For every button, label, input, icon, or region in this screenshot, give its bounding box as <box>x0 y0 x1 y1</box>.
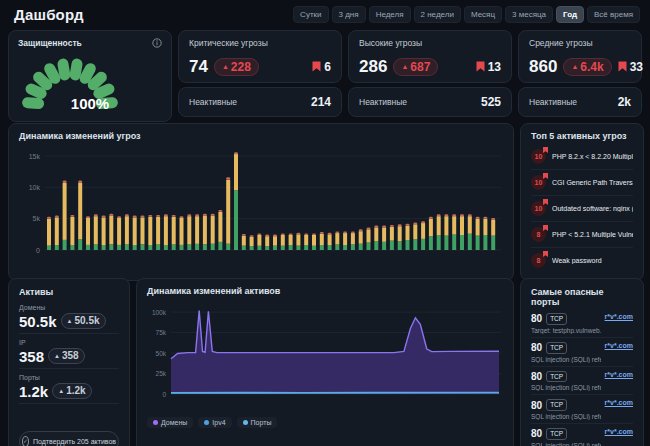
flagged-counter: 13 <box>476 60 501 74</box>
port-row: 80TCPSQL injection (SQLi) refers...r*v*.… <box>531 366 633 395</box>
top-threats-list: 10PHP 8.2.x < 8.2.20 Multiple Vul...10CG… <box>531 144 633 273</box>
delta-badge: ▲687 <box>393 58 438 76</box>
chart-legend: ДоменыIpv4Порты <box>147 417 503 428</box>
card-title: Средние угрозы <box>529 38 631 48</box>
check-circle-icon: ✓ <box>22 436 29 446</box>
protocol-chip: TCP <box>546 399 567 411</box>
top-threat-item[interactable]: 10CGI Generic Path Traversal <box>531 169 633 195</box>
page-title: Дашборд <box>14 6 84 23</box>
legend-dot-icon <box>243 420 248 425</box>
svg-text:75k: 75k <box>156 329 167 336</box>
time-range-button[interactable]: Неделя <box>369 6 411 23</box>
asset-delta-badge: ▲50.5k <box>61 313 106 329</box>
critical-threats-card[interactable]: Критические угрозы 74 ▲228 6 <box>178 30 342 83</box>
port-description: Target: testphp.vulnweb.c... <box>531 327 601 334</box>
dashboard: Дашборд Сутки3 дняНеделя2 неделиМесяц3 м… <box>0 0 650 446</box>
medium-inactive-card[interactable]: Неактивные 2k <box>518 87 642 117</box>
security-gauge-card: Защищенность 100% <box>8 30 172 122</box>
arrow-up-icon: ▲ <box>67 318 73 324</box>
port-number: 80 <box>531 371 542 382</box>
card-title: Высокие угрозы <box>359 38 501 48</box>
high-inactive-card[interactable]: Неактивные 525 <box>348 87 512 117</box>
svg-text:0: 0 <box>162 391 166 398</box>
target-link[interactable]: r*v*.com <box>605 399 633 420</box>
port-info: 80TCPTarget: testphp.vulnweb.c... <box>531 313 601 334</box>
target-link[interactable]: r*v*.com <box>605 342 633 363</box>
medium-threats-card[interactable]: Средние угрозы 860 ▲6.4k 33 <box>518 30 642 83</box>
port-line: 80TCP <box>531 428 601 440</box>
port-line: 80TCP <box>531 313 601 325</box>
target-link[interactable]: r*v*.com <box>605 371 633 392</box>
time-range-button[interactable]: Год <box>556 6 584 23</box>
port-info: 80TCPSQL injection (SQLi) refers... <box>531 428 601 446</box>
asset-value: 50.5k <box>19 314 57 329</box>
svg-text:10k: 10k <box>29 184 41 191</box>
top-threat-item[interactable]: 8Weak password <box>531 247 633 273</box>
assets-title: Активы <box>19 287 119 297</box>
time-range-button[interactable]: Месяц <box>464 6 502 23</box>
threat-count-badge: 8 <box>531 253 546 268</box>
port-description: SQL injection (SQLi) refers... <box>531 442 601 446</box>
threat-label: Outdated software: nginx (Vuln... <box>552 205 633 212</box>
summary-row: Критические угрозы 74 ▲228 6 Неактивные … <box>8 30 642 117</box>
legend-item-домены[interactable]: Домены <box>147 417 193 428</box>
time-range-button[interactable]: Всё время <box>587 6 640 23</box>
threat-label: CGI Generic Path Traversal <box>552 179 633 186</box>
threat-count: 10 <box>535 179 543 186</box>
arrow-up-icon: ▲ <box>58 388 64 394</box>
target-link[interactable]: r*v*.com <box>605 313 633 334</box>
medium-threats-group: Средние угрозы 860 ▲6.4k 33 Неактивные 2… <box>518 30 642 122</box>
port-info: 80TCPSQL injection (SQLi) refers... <box>531 399 601 420</box>
asset-value: 1.2k <box>19 384 48 399</box>
asset-value-row: 1.2k▲1.2k <box>19 383 119 399</box>
time-range-button[interactable]: 2 недели <box>414 6 461 23</box>
assets-list: Домены50.5k▲50.5kIP358▲358Порты1.2k▲1.2k <box>19 299 119 404</box>
legend-item-ipv4[interactable]: Ipv4 <box>198 417 231 428</box>
legend-item-порты[interactable]: Порты <box>237 417 278 428</box>
top-threats-panel: Топ 5 активных угроз 10PHP 8.2.x < 8.2.2… <box>520 123 644 281</box>
port-line: 80TCP <box>531 399 601 411</box>
svg-text:25k: 25k <box>156 370 167 377</box>
threat-count: 10 <box>535 205 543 212</box>
time-range-button[interactable]: 3 месяца <box>505 6 553 23</box>
port-number: 80 <box>531 342 542 353</box>
bookmark-icon <box>476 61 485 72</box>
confirm-assets-button[interactable]: ✓ Подтвердить 205 активов <box>19 431 119 446</box>
protocol-chip: TCP <box>546 371 567 383</box>
time-range-group: Сутки3 дняНеделя2 неделиМесяц3 месяцаГод… <box>293 6 640 23</box>
bookmark-mini-icon <box>543 225 548 231</box>
time-range-button[interactable]: Сутки <box>293 6 328 23</box>
legend-label: Ipv4 <box>212 419 225 426</box>
chart-title: Динамика изменений угроз <box>19 131 503 141</box>
asset-item-порты: Порты1.2k▲1.2k <box>19 369 119 404</box>
target-link[interactable]: r*v*.com <box>605 428 633 446</box>
threat-count-badge: 10 <box>531 175 546 190</box>
chart-title: Динамика изменений активов <box>147 286 503 296</box>
bookmark-mini-icon <box>543 147 548 153</box>
assets-panel: Активы Домены50.5k▲50.5kIP358▲358Порты1.… <box>8 278 130 446</box>
svg-text:15k: 15k <box>29 153 41 160</box>
top-threat-item[interactable]: 10Outdated software: nginx (Vuln... <box>531 195 633 221</box>
port-row: 80TCPTarget: testphp.vulnweb.c...r*v*.co… <box>531 309 633 337</box>
legend-dot-icon <box>153 420 158 425</box>
arrow-up-icon: ▲ <box>571 63 578 70</box>
threat-label: Weak password <box>552 257 602 264</box>
port-row: 80TCPSQL injection (SQLi) refers...r*v*.… <box>531 423 633 446</box>
gauge-title: Защищенность <box>18 38 82 48</box>
critical-inactive-card[interactable]: Неактивные 214 <box>178 87 342 117</box>
asset-label: IP <box>19 339 119 346</box>
top-threat-item[interactable]: 10PHP 8.2.x < 8.2.20 Multiple Vul... <box>531 144 633 169</box>
threats-row: Динамика изменений угроз 05k10k15k Топ 5… <box>8 123 642 272</box>
flagged-counter: 6 <box>312 60 331 74</box>
top-threat-item[interactable]: 8PHP < 5.2.1 Multiple Vulnerabilit... <box>531 221 633 247</box>
info-icon[interactable] <box>152 38 162 48</box>
threat-dynamics-chart[interactable]: 05k10k15k <box>19 144 503 264</box>
high-threats-card[interactable]: Высокие угрозы 286 ▲687 13 <box>348 30 512 83</box>
asset-dynamics-chart[interactable]: 025k50k75k100k <box>147 298 503 410</box>
bookmark-mini-icon <box>543 251 548 257</box>
time-range-button[interactable]: 3 дня <box>332 6 366 23</box>
threat-count: 74 <box>189 58 208 75</box>
threat-count: 8 <box>537 257 541 264</box>
svg-text:5k: 5k <box>33 215 41 222</box>
port-line: 80TCP <box>531 342 601 354</box>
